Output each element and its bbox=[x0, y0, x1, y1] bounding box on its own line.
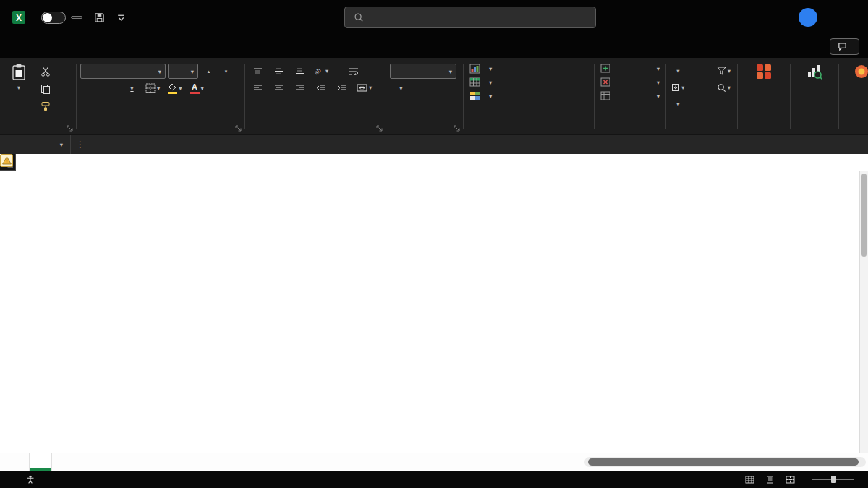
underline-button[interactable]: ▾ bbox=[124, 81, 139, 95]
format-as-table-button[interactable]: ▾ bbox=[467, 75, 590, 89]
horizontal-scrollbar[interactable] bbox=[584, 457, 866, 467]
sheet-tab-sheet1[interactable] bbox=[29, 453, 52, 471]
align-middle-icon bbox=[274, 67, 284, 75]
find-icon bbox=[717, 83, 726, 93]
comments-button[interactable] bbox=[830, 38, 859, 55]
fat-caret-icon: ▾ bbox=[489, 79, 492, 86]
autosave-toggle[interactable] bbox=[41, 12, 66, 24]
sort-filter-button[interactable]: ▾ bbox=[715, 64, 732, 78]
save-button[interactable] bbox=[94, 12, 105, 23]
copilot-button[interactable] bbox=[850, 61, 868, 84]
number-dialog-launcher[interactable] bbox=[454, 125, 460, 132]
align-center-button[interactable] bbox=[271, 80, 286, 95]
font-dialog-launcher[interactable] bbox=[235, 125, 242, 132]
search-icon bbox=[354, 12, 364, 22]
normal-view-button[interactable] bbox=[745, 476, 754, 484]
font-color-button[interactable]: A▾ bbox=[189, 81, 205, 95]
autosum-button[interactable]: ▾ bbox=[670, 64, 685, 78]
name-box[interactable]: ▾ bbox=[0, 135, 71, 154]
addins-button[interactable] bbox=[752, 61, 775, 84]
increase-decimal-button[interactable] bbox=[393, 98, 408, 112]
clipboard-dialog-launcher[interactable] bbox=[67, 125, 73, 132]
align-middle-button[interactable] bbox=[271, 64, 286, 78]
fill-color-caret-icon: ▾ bbox=[179, 85, 182, 92]
zoom-slider-thumb[interactable] bbox=[831, 476, 836, 483]
zoom-slider[interactable] bbox=[812, 479, 854, 480]
align-top-button[interactable] bbox=[250, 64, 265, 78]
increase-indent-button[interactable] bbox=[334, 80, 349, 95]
error-options-button[interactable] bbox=[0, 154, 13, 167]
formula-bar-grip[interactable]: ⋮ bbox=[71, 140, 90, 150]
page-break-icon bbox=[786, 476, 795, 484]
clear-button[interactable]: ▾ bbox=[670, 97, 685, 111]
font-size-combo[interactable]: ▾ bbox=[168, 64, 198, 79]
shrink-font-button[interactable]: ▾ bbox=[218, 64, 233, 79]
find-caret-icon: ▾ bbox=[728, 84, 731, 91]
bold-button[interactable] bbox=[83, 81, 98, 95]
sort-caret-icon: ▾ bbox=[728, 67, 731, 74]
format-painter-button[interactable] bbox=[38, 99, 53, 114]
italic-button[interactable] bbox=[103, 81, 119, 95]
toggle-knob bbox=[43, 13, 52, 22]
accessibility-icon bbox=[26, 475, 35, 484]
page-layout-view-button[interactable] bbox=[765, 476, 775, 484]
quick-access-toolbar-button[interactable] bbox=[116, 13, 126, 22]
accessibility-status[interactable] bbox=[26, 475, 38, 484]
autosum-caret-icon: ▾ bbox=[676, 67, 679, 74]
comments-icon bbox=[838, 42, 847, 51]
formula-bar: ▾ ⋮ bbox=[0, 134, 868, 154]
cut-button[interactable] bbox=[38, 64, 53, 79]
alignment-dialog-launcher[interactable] bbox=[376, 125, 383, 132]
font-name-caret-icon: ▾ bbox=[158, 68, 161, 75]
decrease-decimal-button[interactable] bbox=[415, 98, 430, 112]
format-cells-button[interactable]: ▾ bbox=[598, 89, 662, 103]
page-break-view-button[interactable] bbox=[786, 476, 795, 484]
fill-button[interactable]: ▾ bbox=[670, 80, 686, 95]
align-bottom-button[interactable] bbox=[292, 64, 307, 78]
ribbon-group-editing: ▾ ▾ ▾ ▾ ▾ bbox=[667, 60, 736, 134]
orientation-button[interactable]: ab▾ bbox=[313, 64, 330, 78]
grow-font-button[interactable]: ▴ bbox=[200, 64, 216, 79]
paste-caret-icon: ▾ bbox=[17, 84, 20, 91]
wrap-text-button[interactable] bbox=[346, 64, 361, 78]
vertical-scrollbar[interactable] bbox=[859, 171, 868, 453]
cell-styles-button[interactable]: ▾ bbox=[467, 89, 590, 103]
name-box-caret-icon: ▾ bbox=[60, 141, 63, 148]
menu-bar bbox=[0, 35, 868, 58]
font-name-combo[interactable]: ▾ bbox=[80, 64, 166, 79]
percent-style-button[interactable] bbox=[414, 81, 430, 95]
insert-caret-icon: ▾ bbox=[657, 65, 660, 72]
vertical-scrollbar-thumb[interactable] bbox=[861, 174, 867, 257]
ribbon-divider bbox=[76, 64, 77, 129]
delete-cells-button[interactable]: ▾ bbox=[598, 75, 662, 89]
merge-center-button[interactable]: ▾ bbox=[355, 80, 373, 95]
paste-button[interactable]: ▾ bbox=[4, 61, 33, 114]
borders-button[interactable]: ▾ bbox=[144, 81, 161, 95]
excel-logo-icon[interactable]: X bbox=[12, 10, 26, 25]
find-select-button[interactable]: ▾ bbox=[715, 80, 732, 95]
decrease-indent-icon bbox=[316, 84, 326, 92]
conditional-formatting-button[interactable]: ▾ bbox=[467, 61, 590, 75]
fill-color-button[interactable]: ▾ bbox=[166, 81, 183, 95]
decrease-indent-button[interactable] bbox=[313, 80, 328, 95]
align-left-button[interactable] bbox=[250, 80, 265, 95]
ribbon-divider bbox=[244, 64, 245, 129]
autosave-control[interactable] bbox=[36, 12, 82, 24]
accounting-format-button[interactable]: ▾ bbox=[393, 81, 408, 95]
svg-text:ab: ab bbox=[315, 67, 323, 75]
insert-cells-button[interactable]: ▾ bbox=[598, 61, 662, 75]
analyze-data-button[interactable] bbox=[803, 61, 826, 83]
copy-button[interactable] bbox=[38, 82, 53, 96]
comma-style-button[interactable] bbox=[436, 81, 451, 95]
horizontal-scrollbar-thumb[interactable] bbox=[588, 458, 859, 466]
format-cells-icon bbox=[600, 91, 610, 100]
account-avatar[interactable] bbox=[799, 8, 817, 27]
cs-caret-icon: ▾ bbox=[489, 93, 492, 100]
align-right-button[interactable] bbox=[292, 80, 307, 95]
conditional-formatting-icon bbox=[469, 64, 480, 74]
warning-icon bbox=[2, 156, 12, 165]
align-bottom-icon bbox=[295, 67, 305, 75]
number-format-combo[interactable]: ▾ bbox=[390, 64, 456, 79]
underline-caret-icon: ▾ bbox=[130, 85, 133, 92]
search-box[interactable] bbox=[344, 7, 596, 28]
